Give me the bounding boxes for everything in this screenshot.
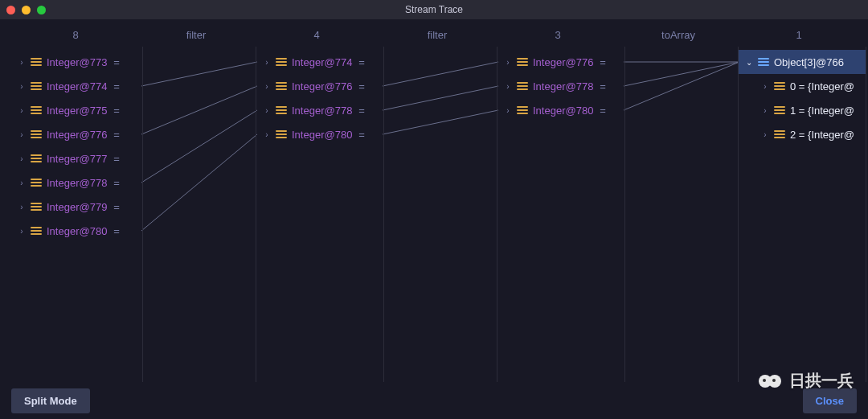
chevron-down-icon: ⌄ (745, 58, 753, 67)
chevron-right-icon: › (504, 58, 512, 67)
stream-value-node[interactable]: ›Integer@777 = (11, 146, 142, 170)
equals-sign: = (113, 129, 120, 141)
equals-sign: = (113, 177, 120, 189)
chevron-right-icon: › (263, 58, 271, 67)
stage-count-header: 4 (252, 29, 381, 41)
object-icon (517, 105, 528, 116)
node-label: Integer@776 (47, 129, 107, 141)
chevron-right-icon: › (504, 106, 512, 115)
equals-sign: = (358, 129, 365, 141)
object-icon (774, 80, 785, 92)
chevron-right-icon: › (18, 58, 26, 67)
stream-value-node[interactable]: ⌄Object[3]@766 (739, 50, 866, 74)
operation-header: toArray (622, 29, 735, 41)
equals-sign: = (113, 80, 120, 92)
close-button[interactable]: Close (803, 388, 857, 413)
equals-sign: = (113, 201, 120, 213)
chevron-right-icon: › (263, 82, 271, 91)
node-label: 2 = {Integer@ (790, 129, 854, 141)
equals-sign: = (113, 225, 120, 237)
node-label: Integer@780 (47, 225, 107, 237)
object-icon (31, 153, 42, 164)
equals-sign: = (113, 105, 120, 117)
titlebar: Stream Trace (0, 0, 868, 19)
node-label: 1 = {Integer@ (790, 105, 854, 117)
stream-value-node[interactable]: ›Integer@774 = (11, 74, 142, 98)
equals-sign: = (113, 153, 120, 165)
object-icon (774, 105, 785, 116)
node-label: Integer@776 (533, 56, 593, 68)
stage-count-header: 1 (735, 29, 863, 41)
stream-value-node[interactable]: ›Integer@775 = (11, 98, 142, 122)
stream-value-node[interactable]: ›Integer@780 = (256, 122, 383, 146)
stream-value-node[interactable]: ›Integer@776 = (497, 50, 624, 74)
chevron-right-icon: › (18, 82, 26, 91)
chevron-right-icon: › (18, 130, 26, 139)
stage-count-header: 8 (11, 29, 140, 41)
object-icon (31, 201, 42, 212)
node-label: Integer@778 (47, 177, 107, 189)
stream-value-node[interactable]: ›Integer@776 = (256, 74, 383, 98)
stream-value-node[interactable]: ›Integer@780 = (11, 219, 142, 243)
node-label: Integer@780 (533, 105, 593, 117)
object-icon (276, 80, 287, 92)
object-icon (517, 56, 528, 68)
operation-header: filter (381, 29, 493, 41)
close-window-icon[interactable] (6, 6, 15, 14)
chevron-right-icon: › (504, 82, 512, 91)
object-icon (31, 105, 42, 116)
stream-value-node[interactable]: ›Integer@778 = (256, 98, 383, 122)
column-headers: 8filter4filter3toArray1 (0, 23, 868, 47)
stage-count-header: 3 (493, 29, 622, 41)
node-label: Integer@774 (292, 56, 352, 68)
equals-sign: = (600, 80, 606, 92)
object-icon (31, 177, 42, 188)
object-icon (517, 80, 528, 92)
equals-sign: = (600, 56, 606, 68)
chevron-right-icon: › (263, 106, 271, 115)
equals-sign: = (358, 105, 365, 117)
window-controls (6, 6, 46, 14)
node-label: Integer@780 (292, 129, 352, 141)
chevron-right-icon: › (18, 106, 26, 115)
object-icon (276, 56, 287, 68)
node-label: Integer@775 (47, 105, 107, 117)
node-label: 0 = {Integer@ (790, 80, 854, 92)
node-label: Integer@774 (47, 80, 107, 92)
operation-header: filter (140, 29, 252, 41)
object-icon (774, 129, 785, 140)
window-title: Stream Trace (0, 4, 868, 15)
stream-value-node[interactable]: ›Integer@773 = (11, 50, 142, 74)
array-element-node[interactable]: ›0 = {Integer@ (739, 74, 866, 98)
node-label: Integer@778 (533, 80, 593, 92)
split-mode-button[interactable]: Split Mode (11, 388, 90, 413)
stream-value-node[interactable]: ›Integer@780 = (497, 98, 624, 122)
stream-value-node[interactable]: ›Integer@778 = (497, 74, 624, 98)
chevron-right-icon: › (18, 179, 26, 187)
object-icon (276, 105, 287, 116)
equals-sign: = (358, 80, 365, 92)
node-label: Object[3]@766 (774, 56, 844, 68)
object-icon (276, 129, 287, 140)
equals-sign: = (358, 56, 365, 68)
object-icon (31, 225, 42, 236)
minimize-window-icon[interactable] (22, 6, 31, 14)
stream-value-node[interactable]: ›Integer@774 = (256, 50, 383, 74)
stream-value-node[interactable]: ›Integer@778 = (11, 170, 142, 195)
chevron-right-icon: › (761, 130, 769, 139)
object-icon (31, 129, 42, 140)
array-element-node[interactable]: ›1 = {Integer@ (739, 98, 866, 122)
equals-sign: = (113, 56, 120, 68)
zoom-window-icon[interactable] (37, 6, 46, 14)
array-element-node[interactable]: ›2 = {Integer@ (739, 122, 866, 146)
node-label: Integer@776 (292, 80, 352, 92)
node-label: Integer@773 (47, 56, 107, 68)
object-icon (31, 80, 42, 92)
chevron-right-icon: › (263, 130, 271, 139)
node-label: Integer@777 (47, 153, 107, 165)
stream-value-node[interactable]: ›Integer@776 = (11, 122, 142, 146)
equals-sign: = (600, 105, 606, 117)
stream-value-node[interactable]: ›Integer@779 = (11, 195, 142, 219)
chevron-right-icon: › (761, 82, 769, 91)
node-label: Integer@778 (292, 105, 352, 117)
